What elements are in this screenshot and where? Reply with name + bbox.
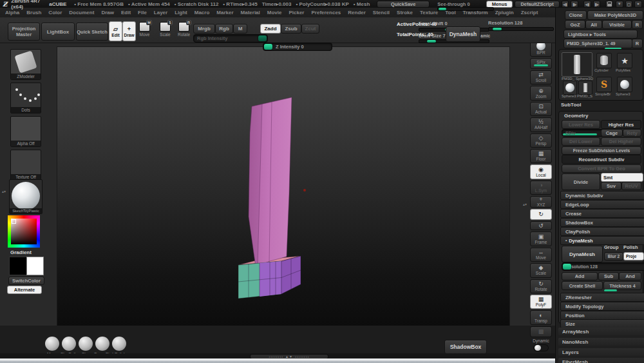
geometry-header[interactable]: Geometry bbox=[564, 113, 588, 119]
r-button-2[interactable]: R bbox=[632, 39, 643, 48]
transp-button[interactable]: ◐Transp bbox=[530, 310, 552, 324]
tool-thumb-polymesh-star[interactable]: ★ bbox=[617, 53, 632, 68]
section-position[interactable]: Position bbox=[560, 311, 644, 320]
menu-render[interactable]: Render bbox=[348, 10, 366, 15]
cage-button[interactable]: Cage bbox=[601, 129, 623, 137]
section-crease[interactable]: Crease bbox=[560, 209, 644, 218]
actual-button[interactable]: ⊡Actual bbox=[530, 102, 552, 116]
spin-mode-button[interactable]: ↺ bbox=[530, 221, 552, 230]
mrgb-button[interactable]: Mrgb bbox=[193, 24, 215, 34]
menu-brush[interactable]: Brush bbox=[26, 10, 41, 15]
section-shadowbox[interactable]: ShadowBox bbox=[560, 218, 644, 227]
quick-sketch-button[interactable]: Quick Sketch bbox=[76, 23, 108, 41]
export-visible-button[interactable]: Visible bbox=[602, 20, 632, 29]
spix-slider[interactable]: SPix bbox=[530, 58, 552, 69]
sdiv-slider[interactable]: SDiv bbox=[562, 129, 607, 137]
smt-button[interactable]: Smt bbox=[601, 173, 643, 182]
section-claypolish[interactable]: ClayPolish bbox=[560, 227, 644, 236]
dynamesh-resolution-nub[interactable] bbox=[563, 264, 571, 270]
frame-button[interactable]: ▣Frame bbox=[530, 231, 552, 246]
section-size[interactable]: Size bbox=[560, 319, 644, 328]
rotate-mode-button[interactable]: ↻ bbox=[530, 209, 552, 220]
make-polymesh3d-button[interactable]: Make PolyMesh3D bbox=[587, 10, 643, 20]
zcut-button[interactable]: Zcut bbox=[301, 24, 319, 34]
left-tray-toggle-icon[interactable]: ▴▾ bbox=[2, 190, 6, 193]
dynamesh-add-button[interactable]: Add bbox=[562, 272, 598, 280]
current-texture-thumb[interactable]: Texture Off bbox=[10, 150, 41, 181]
persp-button[interactable]: ◇Persp bbox=[530, 133, 552, 148]
menu-picker[interactable]: Picker bbox=[289, 10, 304, 15]
canvas-scale-button[interactable]: ◆Scale bbox=[530, 263, 552, 277]
menu-light[interactable]: Light bbox=[175, 10, 187, 15]
local-button[interactable]: ◉Local bbox=[530, 164, 552, 179]
dynamesh-sub-button[interactable]: Sub bbox=[598, 272, 619, 280]
lower-res-button[interactable]: Lower Res bbox=[562, 120, 600, 129]
del-lower-button[interactable]: Del Lower bbox=[562, 137, 600, 146]
menu-stencil[interactable]: Stencil bbox=[373, 10, 390, 15]
shadowbox-button[interactable]: ShadowBox bbox=[444, 340, 487, 354]
switch-color-button[interactable]: SwitchColor bbox=[8, 277, 44, 285]
rety-button[interactable]: Rety bbox=[623, 129, 641, 137]
quick-brush-clay[interactable] bbox=[79, 337, 93, 351]
scale-button[interactable]: S Scale bbox=[160, 22, 171, 37]
canvas-move-button[interactable]: ↔Move bbox=[530, 248, 552, 262]
tool-thumb-cylinder[interactable] bbox=[596, 53, 612, 68]
reuv-button[interactable]: ReUV bbox=[621, 182, 641, 190]
section-modify-topology[interactable]: Modify Topology bbox=[560, 302, 644, 311]
z-intensity-nub[interactable] bbox=[264, 44, 272, 50]
polish-label[interactable]: Polish bbox=[623, 244, 638, 250]
menu-draw[interactable]: Draw bbox=[101, 10, 114, 15]
z-intensity-slider[interactable]: Z Intensity 0 bbox=[263, 43, 332, 51]
tray-slide-left-icon[interactable]: ◂▮ bbox=[562, 1, 569, 8]
resolution-slider[interactable] bbox=[488, 27, 554, 31]
section-zremesher[interactable]: ZRemesher bbox=[560, 293, 644, 302]
menu-marker[interactable]: Marker bbox=[216, 10, 233, 15]
section-edgeloop[interactable]: EdgeLoop bbox=[560, 200, 644, 209]
thickness-slider[interactable]: Thickness 4 bbox=[603, 281, 641, 290]
zoom-button[interactable]: ⊕Zoom bbox=[530, 86, 552, 100]
tool-thumb-pm3d-mini[interactable] bbox=[578, 81, 592, 95]
ghost-button[interactable]: ▩ bbox=[530, 326, 552, 337]
canvas-document[interactable] bbox=[57, 46, 510, 327]
menu-zplugin[interactable]: Zplugin bbox=[495, 10, 514, 15]
tool-thumb-sphere-a[interactable] bbox=[617, 77, 632, 92]
suv-button[interactable]: Suv bbox=[601, 182, 621, 190]
rgb-intensity-slider[interactable]: Rgb Intensity bbox=[193, 34, 268, 43]
tool-thumb-simplebrush[interactable]: S bbox=[596, 77, 612, 92]
menus-button[interactable]: Menus bbox=[486, 1, 513, 8]
right-tray-toggle-icon[interactable]: ▴▾ bbox=[523, 202, 527, 206]
dynamesh-apply-button[interactable]: DynaMesh bbox=[562, 246, 603, 262]
m-button[interactable]: M bbox=[233, 24, 247, 34]
tray-slide-right-icon[interactable]: ▮▸ bbox=[571, 1, 578, 8]
menu-layer[interactable]: Layer bbox=[154, 10, 167, 15]
dynamesh-resolution-slider[interactable]: Resolution 128 bbox=[562, 262, 644, 271]
draw-button[interactable]: + Draw bbox=[122, 21, 136, 41]
freeze-subdivision-button[interactable]: Freeze SubDivision Levels bbox=[562, 146, 641, 155]
export-all-button[interactable]: All bbox=[585, 20, 602, 29]
section-dynamic-subdiv[interactable]: Dynamic Subdiv bbox=[560, 191, 644, 200]
section-nanomesh[interactable]: NanoMesh bbox=[558, 338, 644, 346]
see-through-slider[interactable]: See-through 0 bbox=[437, 1, 479, 7]
active-tool-button[interactable]: PM3D_Sphere3D_1. 49 bbox=[564, 39, 632, 48]
convert-bpr-button[interactable]: Convert BPR To Geo bbox=[562, 164, 641, 173]
main-color-swatch[interactable] bbox=[9, 257, 27, 275]
menu-document[interactable]: Document bbox=[69, 10, 94, 15]
reconstruct-subdiv-button[interactable]: Reconstruct Subdiv bbox=[562, 155, 641, 164]
default-zscript-button[interactable]: DefaultZScript bbox=[515, 1, 559, 8]
polyframe-button[interactable]: ▦PolyF bbox=[530, 295, 552, 309]
xyz-button[interactable]: +XYZ bbox=[530, 196, 552, 208]
menu-preferences[interactable]: Preferences bbox=[311, 10, 341, 15]
projection-master-button[interactable]: Projection Master bbox=[8, 23, 40, 41]
menu-file[interactable]: File bbox=[138, 10, 147, 15]
menu-material[interactable]: Material bbox=[241, 10, 260, 15]
solo-toggle[interactable] bbox=[533, 344, 549, 351]
zsub-button[interactable]: Zsub bbox=[281, 24, 301, 34]
selected-tool-thumb[interactable] bbox=[562, 52, 592, 77]
minimize-button[interactable]: ▼ bbox=[616, 1, 623, 8]
rotate-button[interactable]: R Rotate bbox=[178, 22, 190, 37]
restore-button[interactable]: ▢ bbox=[625, 1, 633, 8]
divide-button[interactable]: Divide bbox=[562, 173, 600, 190]
draw-size-nub[interactable] bbox=[427, 40, 436, 43]
quicksave-button[interactable]: QuickSave bbox=[377, 1, 430, 8]
project-button[interactable]: Proje bbox=[623, 252, 644, 260]
